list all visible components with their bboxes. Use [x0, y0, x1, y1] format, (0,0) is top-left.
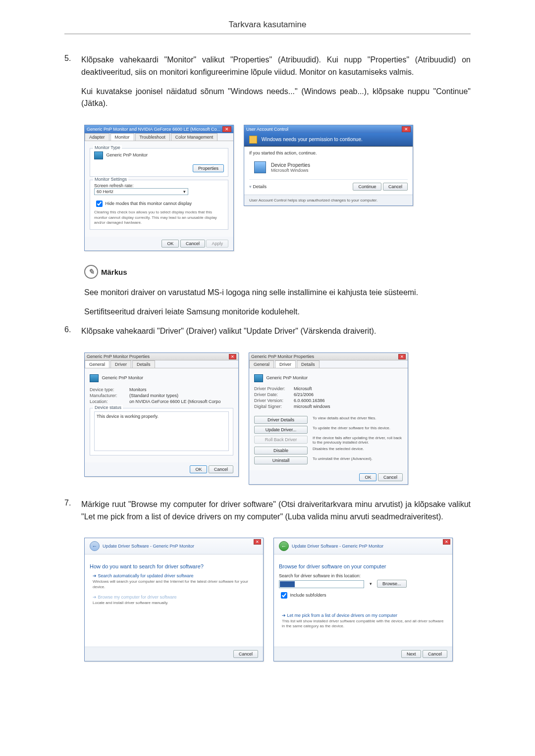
- step-5-para2: Kui kuvatakse joonisel näidatud sõnum "W…: [81, 86, 471, 110]
- monitor-settings-legend: Monitor Settings: [93, 177, 128, 182]
- hide-modes-label: Hide modes that this monitor cannot disp…: [106, 201, 192, 206]
- cancel-button[interactable]: Cancel: [209, 465, 233, 473]
- monitor-type-name: Generic PnP Monitor: [107, 153, 148, 158]
- properties-button[interactable]: Properties: [193, 164, 224, 172]
- option-pick-list-label: Let me pick from a list of device driver…: [287, 613, 398, 618]
- close-icon[interactable]: ✕: [398, 354, 406, 359]
- update-driver-wizard-1: ✕ ← Update Driver Software - Generic PnP…: [84, 538, 264, 661]
- driver-details-desc: To view details about the driver files.: [313, 416, 403, 420]
- step-5: 5. Klõpsake vahekaardi "Monitor" valikut…: [64, 54, 471, 117]
- monitor-type-legend: Monitor Type: [93, 145, 122, 150]
- device-type-value: Monitors: [129, 387, 233, 392]
- uac-details-link[interactable]: Details: [253, 184, 267, 189]
- tab-driver[interactable]: Driver: [275, 360, 296, 368]
- option-search-auto-sub: Windows will search your computer and th…: [93, 579, 258, 590]
- option-search-auto-label: Search automatically for updated driver …: [98, 573, 194, 578]
- refresh-rate-select[interactable]: 60 Hertz ▾: [94, 188, 188, 195]
- tab-details[interactable]: Details: [297, 360, 320, 368]
- path-input[interactable]: [279, 580, 364, 588]
- ok-button[interactable]: OK: [359, 473, 376, 481]
- dialog-title: Generic PnP Monitor and NVIDIA GeForce 6…: [87, 127, 220, 132]
- option-browse-label: Browse my computer for driver software: [98, 595, 177, 600]
- uac-device-properties: Device Properties: [271, 162, 310, 168]
- tab-troubleshoot[interactable]: Troubleshoot: [135, 133, 170, 141]
- ok-button[interactable]: OK: [161, 240, 179, 248]
- device-icon: [254, 161, 266, 173]
- cancel-button[interactable]: Cancel: [378, 473, 403, 481]
- back-icon[interactable]: ←: [90, 541, 100, 551]
- tab-general[interactable]: General: [85, 360, 109, 368]
- chevron-down-icon: ▾: [183, 189, 186, 194]
- cancel-button[interactable]: Cancel: [423, 650, 447, 658]
- refresh-rate-value: 60 Hertz: [97, 189, 113, 194]
- step-number: 5.: [64, 54, 81, 117]
- apply-button[interactable]: Apply: [206, 240, 228, 248]
- hide-modes-description: Clearing this check box allows you to se…: [94, 210, 224, 225]
- tab-general[interactable]: General: [249, 360, 274, 368]
- driver-provider-value: Microsoft: [294, 386, 403, 391]
- close-icon[interactable]: ✕: [443, 539, 450, 545]
- device-type-label: Device type:: [90, 387, 129, 392]
- ok-button[interactable]: OK: [190, 465, 207, 473]
- tab-monitor[interactable]: Monitor: [110, 133, 134, 141]
- location-label: Location:: [90, 399, 129, 404]
- step-7: 7. Märkige ruut "Browse my computer for …: [64, 499, 471, 530]
- wizard-breadcrumb: Update Driver Software - Generic PnP Mon…: [103, 544, 194, 549]
- update-driver-button[interactable]: Update Driver...: [254, 426, 308, 434]
- option-pick-list[interactable]: ➔ Let me pick from a list of device driv…: [282, 613, 447, 629]
- cancel-button[interactable]: Cancel: [383, 183, 408, 191]
- close-icon[interactable]: ✕: [254, 539, 261, 545]
- wizard-heading: How do you want to search for driver sof…: [90, 563, 258, 569]
- step-number: 6.: [64, 325, 81, 345]
- driver-properties-dialog: Generic PnP Monitor Properties ✕ General…: [249, 353, 408, 485]
- back-icon[interactable]: ←: [279, 541, 289, 551]
- driver-details-button[interactable]: Driver Details: [254, 416, 308, 424]
- step-6: 6. Klõpsake vahekaardi "Driver" (Draiver…: [64, 325, 471, 345]
- rollback-driver-desc: If the device fails after updating the d…: [313, 436, 403, 445]
- option-search-auto[interactable]: ➔ Search automatically for updated drive…: [93, 573, 258, 590]
- device-name: Generic PnP Monitor: [102, 375, 143, 380]
- manufacturer-label: Manufacturer:: [90, 393, 129, 398]
- close-icon[interactable]: ✕: [229, 354, 236, 359]
- rollback-driver-button[interactable]: Roll Back Driver: [254, 436, 308, 444]
- include-subfolders-checkbox[interactable]: [281, 592, 287, 599]
- include-subfolders-label: Include subfolders: [290, 593, 326, 598]
- driver-version-value: 6.0.6000.16386: [294, 398, 403, 403]
- browse-button[interactable]: Browse...: [377, 580, 407, 588]
- chevron-down-icon[interactable]: ▾: [249, 184, 252, 189]
- uac-footer-text: User Account Control helps stop unauthor…: [244, 195, 413, 205]
- close-icon[interactable]: ✕: [402, 126, 411, 132]
- uac-ms-windows: Microsoft Windows: [271, 168, 310, 173]
- step-7-text: Märkige ruut "Browse my computer for dri…: [81, 499, 471, 523]
- step-5-para1: Klõpsake vahekaardi "Monitor" valikut "P…: [81, 54, 471, 79]
- uninstall-desc: To uninstall the driver (Advanced).: [313, 456, 403, 461]
- note-para1: See monitori draiver on varustatud MS-i …: [84, 287, 471, 299]
- driver-date-label: Driver Date:: [254, 392, 294, 397]
- tab-details[interactable]: Details: [132, 360, 155, 368]
- note-icon: ✎: [84, 265, 98, 279]
- close-icon[interactable]: ✕: [222, 126, 231, 132]
- continue-button[interactable]: Continue: [353, 183, 381, 191]
- location-value: on NVIDIA GeForce 6600 LE (Microsoft Cor…: [129, 399, 233, 404]
- tab-adapter[interactable]: Adapter: [85, 133, 109, 141]
- tab-color-management[interactable]: Color Management: [171, 133, 218, 141]
- digital-signer-value: microsoft windows: [294, 404, 403, 409]
- option-browse-sub: Locate and install driver software manua…: [93, 601, 258, 605]
- cancel-button[interactable]: Cancel: [233, 650, 258, 658]
- driver-version-label: Driver Version:: [254, 398, 294, 403]
- note-label: Märkus: [101, 268, 127, 276]
- uac-stripe-text: Windows needs your permission to contion…: [262, 137, 363, 142]
- device-status-legend: Device status: [93, 405, 123, 410]
- disable-desc: Disables the selected device.: [313, 447, 403, 451]
- uninstall-button[interactable]: Uninstall: [254, 456, 308, 464]
- monitor-icon: [254, 374, 263, 382]
- wizard-heading: Browse for driver software on your compu…: [279, 563, 447, 569]
- page-title: Tarkvara kasutamine: [64, 20, 471, 34]
- wizard-breadcrumb: Update Driver Software - Generic PnP Mon…: [292, 544, 383, 549]
- option-browse[interactable]: ➔ Browse my computer for driver software…: [93, 595, 258, 605]
- cancel-button[interactable]: Cancel: [180, 240, 205, 248]
- hide-modes-checkbox[interactable]: [96, 201, 103, 207]
- next-button[interactable]: Next: [401, 650, 422, 658]
- disable-button[interactable]: Disable: [254, 447, 308, 454]
- tab-driver[interactable]: Driver: [110, 360, 131, 368]
